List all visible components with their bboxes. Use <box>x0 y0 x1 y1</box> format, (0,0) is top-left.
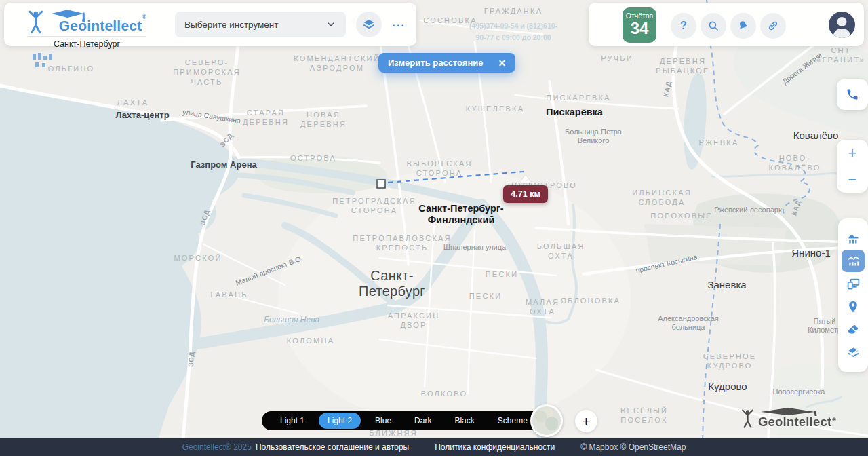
footer-copyright: Geointellect® 2025 <box>182 442 252 452</box>
notifications-button[interactable] <box>730 13 756 39</box>
analytics-icon <box>846 254 861 268</box>
brand-name: Geointellect <box>59 18 142 34</box>
area-polyustrovo <box>644 224 787 266</box>
measure-tooltip-label: Измерить расстояние <box>388 58 484 68</box>
reports-count: 34 <box>623 20 656 37</box>
add-style-button[interactable]: + <box>575 410 597 432</box>
registered-mark: ® <box>142 14 146 20</box>
tool-select-dropdown[interactable]: Выберите инструмент <box>175 12 346 37</box>
zoom-out-button[interactable]: − <box>848 172 857 187</box>
more-options-button[interactable]: ··· <box>392 19 406 33</box>
contact-phone-button[interactable] <box>837 79 868 110</box>
style-option-scheme[interactable]: Scheme <box>489 413 536 429</box>
layers-icon <box>362 18 376 31</box>
eraser-tool-button[interactable] <box>842 318 865 341</box>
location-tool-button[interactable] <box>842 295 865 318</box>
measure-tooltip: Измерить расстояние ✕ <box>378 53 515 73</box>
map-urban-core <box>278 170 631 428</box>
reports-counter-badge[interactable]: Отчётов 34 <box>623 7 656 43</box>
zoom-controls: + − <box>837 140 868 193</box>
layers-button[interactable] <box>356 12 382 37</box>
zoom-in-button[interactable]: + <box>848 146 857 161</box>
header-right-panel: Отчётов 34 ? <box>589 3 864 46</box>
style-option-dark[interactable]: Dark <box>406 413 440 429</box>
style-option-light-2[interactable]: Light 2 <box>319 413 361 429</box>
layers-edit-icon <box>846 345 861 360</box>
watermark-brand: Geointellect <box>758 415 831 429</box>
tool-select-value: Выберите инструмент <box>184 20 278 30</box>
phone-icon <box>846 88 859 101</box>
map-application: ОЛЬГИНОСЕВЕРО- ПРИМОРСКАЯ ЧАСТЬЛАХТАЛахт… <box>0 0 868 456</box>
help-button[interactable]: ? <box>671 13 696 39</box>
footer-link-privacy[interactable]: Политика конфиденциальности <box>435 442 555 452</box>
chevron-down-icon <box>326 19 336 30</box>
logo-figure-icon <box>27 7 49 34</box>
selected-city: Санкт-Петербург <box>27 39 146 49</box>
map-tools-panel <box>838 218 868 372</box>
footer-link-agreement[interactable]: Пользовательское соглашение и авторы <box>256 442 409 452</box>
location-pin-icon <box>846 300 860 314</box>
avatar-silhouette-icon <box>829 12 855 38</box>
footer-bar: Geointellect® 2025 Пользовательское согл… <box>0 438 868 456</box>
share-link-button[interactable] <box>760 13 786 39</box>
logo-divider <box>27 36 146 37</box>
link-icon <box>767 20 779 32</box>
style-option-light-1[interactable]: Light 1 <box>271 413 313 429</box>
search-button[interactable] <box>701 13 726 39</box>
distance-badge: 4.71 км <box>503 185 548 203</box>
devices-icon <box>846 277 861 291</box>
devices-tool-button[interactable] <box>842 272 865 295</box>
style-option-blue[interactable]: Blue <box>366 413 400 429</box>
watermark-figure-icon <box>741 406 758 429</box>
close-icon[interactable]: ✕ <box>498 58 507 68</box>
style-options: Light 1Light 2BlueDarkBlackScheme <box>271 413 536 429</box>
reports-chart-icon <box>846 231 861 245</box>
style-option-black[interactable]: Black <box>446 413 483 429</box>
satellite-style-button[interactable] <box>530 404 563 437</box>
app-logo[interactable]: Geointellect ® Санкт-Петербург <box>27 7 146 49</box>
user-avatar[interactable] <box>829 12 855 38</box>
reports-chart-tool-button[interactable] <box>842 227 865 250</box>
map-watermark-logo: Geointellect ® <box>741 406 836 429</box>
analytics-tool-button-selected[interactable] <box>842 250 865 273</box>
measure-end-marker[interactable] <box>520 175 531 183</box>
map-style-switcher: Light 1Light 2BlueDarkBlackScheme <box>262 411 554 430</box>
question-icon: ? <box>680 20 687 32</box>
search-icon <box>707 20 719 32</box>
eraser-icon <box>846 323 860 337</box>
layers-edit-tool-button[interactable] <box>842 341 865 364</box>
header-left-panel: Geointellect ® Санкт-Петербург Выберите … <box>4 3 416 46</box>
footer-attribution: © Mapbox © OpenStreetMap <box>580 442 686 452</box>
bell-icon <box>736 18 751 34</box>
watermark-registered: ® <box>832 417 836 423</box>
